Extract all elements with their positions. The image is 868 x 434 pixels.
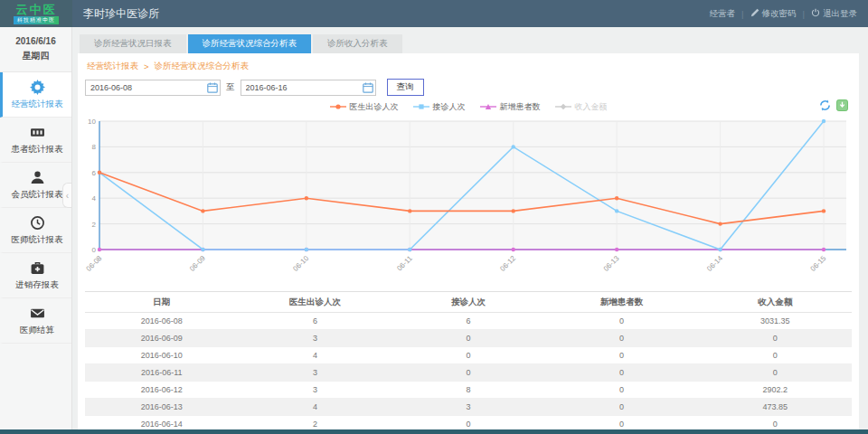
table-cell: 0 (698, 364, 852, 382)
svg-text:06-09: 06-09 (188, 254, 207, 273)
id-card-icon (30, 125, 45, 140)
table-cell: 0 (545, 330, 699, 347)
person-icon (30, 170, 45, 185)
table-row: 2016-06-13430473.85 (85, 399, 852, 416)
gear-icon (30, 80, 45, 95)
summary-table: 日期医生出诊人次接诊人次新增患者数收入金额 2016-06-086603031.… (85, 291, 852, 429)
logo-tagline: 科技精准中医 (14, 16, 59, 24)
logout-button[interactable]: 退出登录 (811, 8, 857, 20)
legend-label: 医生出诊人次 (350, 101, 399, 113)
change-password-label: 修改密码 (762, 8, 797, 20)
sidebar-item-label: 进销存报表 (15, 279, 59, 291)
sidebar-item-4[interactable]: 医师统计报表 (0, 208, 71, 253)
bottom-bar (0, 429, 868, 434)
table-cell: 0 (545, 347, 699, 364)
table-cell: 4 (239, 347, 392, 364)
legend-label: 新增患者数 (500, 101, 541, 113)
table-cell: 0 (392, 364, 545, 382)
end-date-field[interactable] (241, 80, 376, 96)
sidebar-item-5[interactable]: 进销存报表 (0, 253, 71, 298)
legend-item-3[interactable]: 新增患者数 (480, 101, 541, 113)
table-cell: 2016-06-11 (85, 364, 239, 382)
header-separator: | (803, 9, 805, 19)
sidebar-date: 2016/6/16 (0, 34, 71, 49)
sidebar-item-2[interactable]: 患者统计报表 (0, 118, 71, 163)
tab-2[interactable]: 诊所经营状况综合分析表 (188, 34, 312, 53)
table-row: 2016-06-093000 (85, 330, 852, 347)
table-cell: 3 (239, 382, 392, 399)
table-row: 2016-06-142000 (85, 416, 852, 430)
svg-text:10: 10 (88, 118, 96, 126)
table-cell: 6 (392, 313, 545, 330)
table-row: 2016-06-086603031.35 (85, 313, 852, 330)
table-column-header: 接诊人次 (392, 292, 545, 313)
user-label[interactable]: 经营者 (710, 8, 736, 20)
export-excel-icon[interactable] (836, 99, 848, 111)
header-separator: | (741, 9, 743, 19)
clock-icon (30, 215, 45, 231)
sidebar-item-1[interactable]: 经营统计报表 (0, 72, 71, 118)
table-cell: 0 (545, 382, 699, 399)
chart-actions (819, 99, 848, 111)
table-cell: 0 (545, 313, 699, 330)
clinic-title: 李时珍中医诊所 (83, 6, 159, 22)
table-row: 2016-06-113000 (85, 364, 852, 382)
table-cell: 3 (239, 330, 392, 347)
chart-legend: 医生出诊人次接诊人次新增患者数收入金额 (85, 99, 852, 114)
table-column-header: 日期 (85, 292, 239, 313)
svg-text:06-10: 06-10 (291, 254, 310, 273)
envelope-icon (30, 306, 45, 321)
end-date-input[interactable] (241, 80, 376, 96)
sidebar-menu: 经营统计报表患者统计报表会员统计报表医师统计报表进销存报表医师结算 (0, 72, 71, 344)
sidebar-item-label: 经营统计报表 (12, 99, 63, 110)
change-password-button[interactable]: 修改密码 (750, 8, 797, 20)
svg-text:06-11: 06-11 (395, 254, 414, 273)
calendar-icon[interactable] (363, 82, 373, 93)
breadcrumb-parent[interactable]: 经营统计报表 (87, 61, 138, 72)
svg-text:6: 6 (92, 169, 97, 177)
table-cell: 2016-06-14 (85, 416, 239, 430)
app-logo: 云中医 科技精准中医 (0, 0, 72, 27)
calendar-icon[interactable] (207, 82, 218, 93)
sidebar-collapse-handle[interactable]: ‹ (62, 183, 71, 208)
date-filter: 至 查询 (85, 79, 852, 96)
table-row: 2016-06-123802902.2 (85, 382, 852, 399)
start-date-input[interactable] (85, 80, 221, 96)
legend-marker-triangle-icon (480, 103, 496, 110)
sidebar-item-3[interactable]: 会员统计报表 (0, 163, 71, 208)
table-cell: 6 (239, 313, 392, 330)
main-content: 诊所经营状况日报表诊所经营状况综合分析表诊所收入分析表 经营统计报表 > 诊所经… (72, 27, 868, 429)
table-cell: 0 (545, 364, 699, 382)
legend-item-2[interactable]: 接诊人次 (413, 101, 466, 113)
legend-item-4[interactable]: 收入金额 (555, 101, 608, 113)
table-cell: 2902.2 (698, 382, 852, 399)
table-cell: 8 (392, 382, 545, 399)
chart-block: 医生出诊人次接诊人次新增患者数收入金额 024681006-0806-0906-… (85, 99, 852, 278)
table-cell: 3 (392, 399, 545, 416)
tab-3[interactable]: 诊所收入分析表 (313, 34, 402, 53)
header-user-controls: 经营者 | 修改密码 | 退出登录 (710, 8, 868, 20)
breadcrumb: 经营统计报表 > 诊所经营状况综合分析表 (85, 57, 852, 79)
svg-text:06-12: 06-12 (498, 254, 517, 273)
table-body: 2016-06-086603031.352016-06-0930002016-0… (85, 313, 852, 430)
tab-1[interactable]: 诊所经营状况日报表 (80, 34, 186, 53)
sidebar-item-6[interactable]: 医师结算 (0, 298, 71, 344)
legend-marker-circle-icon (330, 103, 346, 110)
breadcrumb-separator: > (144, 61, 149, 71)
svg-text:4: 4 (92, 194, 97, 203)
legend-item-1[interactable]: 医生出诊人次 (330, 101, 399, 113)
sidebar: 2016/6/16 星期四 经营统计报表患者统计报表会员统计报表医师统计报表进销… (0, 27, 72, 429)
refresh-icon[interactable] (819, 99, 831, 111)
svg-text:06-14: 06-14 (705, 254, 724, 273)
svg-text:06-15: 06-15 (809, 254, 828, 273)
breadcrumb-current: 诊所经营状况综合分析表 (155, 61, 250, 72)
query-button[interactable]: 查询 (387, 79, 424, 96)
sidebar-item-label: 会员统计报表 (12, 189, 63, 201)
legend-label: 收入金额 (575, 101, 608, 113)
table-cell: 2016-06-10 (85, 347, 239, 364)
legend-marker-diamond-icon (555, 103, 571, 110)
start-date-field[interactable] (85, 80, 221, 96)
sidebar-item-label: 医师结算 (20, 325, 54, 336)
logout-label: 退出登录 (823, 8, 857, 20)
sidebar-item-label: 医师统计报表 (12, 234, 63, 246)
